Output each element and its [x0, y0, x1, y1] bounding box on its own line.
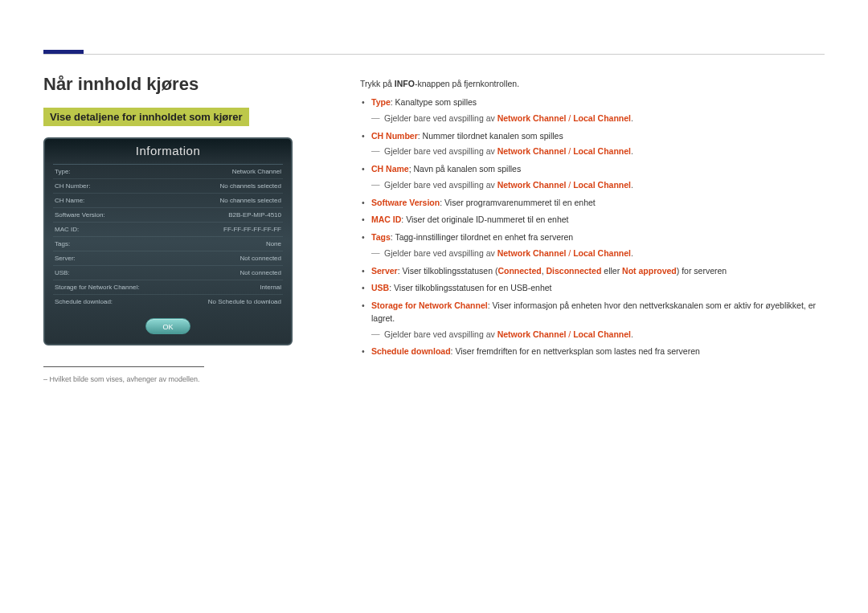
page-content: Når innhold kjøres Vise detaljene for in…: [43, 74, 825, 383]
sub-note: Gjelder bare ved avspilling av Network C…: [371, 145, 825, 158]
sub-lc: Local Channel: [573, 146, 631, 156]
description-list: Type: Kanaltype som spilles Gjelder bare…: [360, 96, 825, 358]
sub-pre: Gjelder bare ved avspilling av: [384, 180, 497, 190]
table-row: Schedule download:No Schedule to downloa…: [53, 295, 283, 309]
table-row: Type:Network Channel: [53, 165, 283, 179]
list-item: Type: Kanaltype som spilles Gjelder bare…: [360, 96, 825, 125]
item-label: Server: [371, 266, 398, 276]
item-text: : Viser tilkoblingsstatusen for en USB-e…: [389, 283, 551, 292]
server-disconnected: Disconnected: [547, 266, 602, 276]
list-item: Software Version: Viser programvarenumme…: [360, 197, 825, 210]
row-value: FF-FF-FF-FF-FF-FF: [223, 226, 281, 233]
item-label: CH Name: [371, 164, 409, 174]
information-panel-title: Information: [45, 139, 291, 164]
table-row: Tags:None: [53, 237, 283, 251]
item-label: Storage for Network Channel: [371, 300, 488, 310]
table-row: Storage for Network Channel:Internal: [53, 280, 283, 295]
sub-sep: /: [566, 113, 573, 123]
sub-end: .: [631, 248, 633, 258]
table-row: CH Number:No channels selected: [53, 179, 283, 194]
row-value: Not connected: [240, 255, 281, 262]
row-value: None: [266, 240, 281, 247]
footnote-text: Hvilket bilde som vises, avhenger av mod…: [43, 375, 341, 383]
intro-pre: Trykk på: [360, 79, 395, 88]
sub-sep: /: [566, 329, 573, 339]
row-label: USB:: [55, 269, 70, 276]
row-value: Network Channel: [232, 168, 281, 175]
sep: eller: [601, 266, 622, 276]
sub-nc: Network Channel: [497, 329, 567, 339]
row-label: Tags:: [55, 240, 70, 247]
item-text: : Nummer tilordnet kanalen som spilles: [418, 131, 563, 141]
item-text: : Kanaltype som spilles: [391, 97, 477, 107]
list-item: Tags: Tagg-innstillinger tilordnet en en…: [360, 231, 825, 260]
right-column: Trykk på INFO-knappen på fjernkontrollen…: [360, 74, 825, 383]
item-label: USB: [371, 283, 389, 292]
sub-nc: Network Channel: [497, 146, 567, 156]
item-text: : Viser programvarenummeret til en enhet: [440, 198, 596, 207]
table-row: Server:Not connected: [53, 251, 283, 266]
row-label: Software Version:: [55, 211, 105, 219]
list-item: MAC ID: Viser det originale ID-nummeret …: [360, 214, 825, 227]
item-text: ) for serveren: [677, 266, 727, 276]
row-label: CH Name:: [55, 197, 84, 204]
server-connected: Connected: [497, 266, 541, 276]
table-row: USB:Not connected: [53, 266, 283, 280]
top-rule: [43, 54, 825, 55]
list-item: Storage for Network Channel: Viser infor…: [360, 300, 825, 341]
left-column: Når innhold kjøres Vise detaljene for in…: [43, 74, 341, 383]
sub-nc: Network Channel: [497, 113, 567, 123]
row-label: Server:: [55, 255, 76, 262]
sub-pre: Gjelder bare ved avspilling av: [384, 329, 497, 339]
sub-pre: Gjelder bare ved avspilling av: [384, 248, 497, 258]
row-value: No channels selected: [220, 182, 282, 190]
table-row: MAC ID:FF-FF-FF-FF-FF-FF: [53, 223, 283, 237]
item-label: Type: [371, 97, 391, 107]
item-label: Schedule download: [371, 346, 451, 356]
server-notapproved: Not approved: [622, 266, 677, 276]
row-label: Storage for Network Channel:: [55, 284, 139, 291]
page-heading: Når innhold kjøres: [43, 74, 341, 95]
intro-post: -knappen på fjernkontrollen.: [415, 79, 519, 88]
sub-sep: /: [566, 248, 573, 258]
table-row: Software Version:B2B-EP-MIP-4510: [53, 208, 283, 223]
item-text: : Tagg-innstillinger tilordnet en enhet …: [391, 232, 573, 242]
sub-end: .: [631, 146, 633, 156]
row-label: Schedule download:: [55, 298, 113, 305]
sub-sep: /: [566, 180, 573, 190]
row-value: No Schedule to download: [208, 298, 281, 305]
item-text: : Viser det originale ID-nummeret til en…: [401, 215, 568, 224]
sub-nc: Network Channel: [497, 180, 567, 190]
ok-button[interactable]: OK: [145, 318, 190, 334]
sub-end: .: [631, 180, 633, 190]
item-label: MAC ID: [371, 215, 401, 224]
sub-pre: Gjelder bare ved avspilling av: [384, 113, 497, 123]
row-value: Not connected: [240, 269, 281, 276]
information-rows: Type:Network Channel CH Number:No channe…: [53, 164, 283, 309]
sub-end: .: [631, 329, 633, 339]
row-label: CH Number:: [55, 182, 90, 190]
item-label: Software Version: [371, 198, 440, 207]
intro-line: Trykk på INFO-knappen på fjernkontrollen…: [360, 79, 825, 88]
footnote-rule: [43, 366, 204, 367]
item-label: CH Number: [371, 131, 418, 141]
row-value: No channels selected: [220, 197, 282, 204]
row-label: Type:: [55, 168, 71, 175]
sub-lc: Local Channel: [573, 329, 631, 339]
sub-lc: Local Channel: [573, 113, 631, 123]
sub-note: Gjelder bare ved avspilling av Network C…: [371, 247, 825, 260]
sub-pre: Gjelder bare ved avspilling av: [384, 146, 497, 156]
table-row: CH Name:No channels selected: [53, 194, 283, 208]
list-item: CH Name; Navn på kanalen som spilles Gje…: [360, 163, 825, 192]
list-item: USB: Viser tilkoblingsstatusen for en US…: [360, 282, 825, 295]
list-item: Schedule download: Viser fremdriften for…: [360, 345, 825, 358]
information-panel: Information Type:Network Channel CH Numb…: [43, 137, 293, 345]
item-text: : Viser fremdriften for en nettverksplan…: [451, 346, 700, 356]
intro-info: INFO: [395, 79, 415, 88]
sub-sep: /: [566, 146, 573, 156]
row-value: Internal: [260, 284, 281, 291]
item-text: : Viser tilkoblingsstatusen (: [398, 266, 498, 276]
list-item: CH Number: Nummer tilordnet kanalen som …: [360, 130, 825, 159]
sub-note: Gjelder bare ved avspilling av Network C…: [371, 179, 825, 192]
item-label: Tags: [371, 232, 391, 242]
